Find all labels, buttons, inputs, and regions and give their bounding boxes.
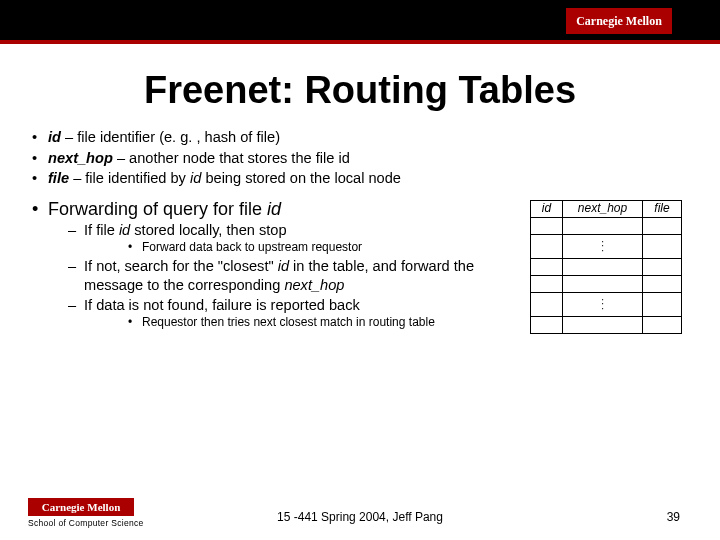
fwd-s1-post: stored locally, then stop — [130, 222, 286, 238]
def-nexthop: next_hop – another node that stores the … — [30, 149, 690, 168]
topbar: Carnegie Mellon — [0, 0, 720, 44]
term-id: id — [48, 129, 61, 145]
fwd-s1-pre: If file — [84, 222, 119, 238]
def-id: id – file identifier (e. g. , hash of fi… — [30, 128, 690, 147]
fwd-step3a: Requestor then tries next closest match … — [84, 315, 522, 330]
header-logo: Carnegie Mellon — [566, 8, 672, 34]
th-id: id — [531, 201, 563, 218]
def-nexthop-text: – another node that stores the file id — [113, 150, 350, 166]
slide-body: id – file identifier (e. g. , hash of fi… — [0, 128, 720, 334]
table-row — [531, 259, 682, 276]
footer-course: 15 -441 Spring 2004, Jeff Pang — [0, 510, 720, 524]
fwd-step1a: Forward data back to upstream requestor — [84, 240, 522, 255]
fwd-s1-id: id — [119, 222, 130, 238]
slide-title: Freenet: Routing Tables — [30, 69, 690, 112]
th-file: file — [643, 201, 682, 218]
table-row — [531, 218, 682, 235]
table-header-row: id next_hop file — [531, 201, 682, 218]
fwd-step3: If data is not found, failure is reporte… — [48, 296, 522, 330]
fwd-s2-pre: If not, search for the "closest" — [84, 258, 278, 274]
term-nexthop: next_hop — [48, 150, 113, 166]
term-file: file — [48, 170, 69, 186]
fwd-step1: If file id stored locally, then stop For… — [48, 221, 522, 255]
fwd-lead: Forwarding of query for file id If file … — [30, 198, 522, 330]
forwarding-list: Forwarding of query for file id If file … — [30, 198, 522, 330]
table-row: ··· — [531, 293, 682, 317]
def-file-pre: – file identified by — [69, 170, 190, 186]
slide-number: 39 — [667, 510, 680, 524]
def-file: file – file identified by id being store… — [30, 169, 690, 188]
table-row — [531, 276, 682, 293]
def-id-text: – file identifier (e. g. , hash of file) — [61, 129, 280, 145]
table-row: ··· — [531, 235, 682, 259]
vdots-icon: ··· — [563, 293, 643, 317]
routing-table: id next_hop file ··· ··· — [530, 200, 682, 334]
th-nexthop: next_hop — [563, 201, 643, 218]
table-row — [531, 317, 682, 334]
def-file-post: being stored on the local node — [201, 170, 401, 186]
fwd-lead-id: id — [267, 199, 281, 219]
fwd-s2-nh: next_hop — [284, 277, 344, 293]
fwd-s3-text: If data is not found, failure is reporte… — [84, 297, 360, 313]
fwd-lead-pre: Forwarding of query for file — [48, 199, 267, 219]
fwd-step2: If not, search for the "closest" id in t… — [48, 257, 522, 294]
header-logo-text: Carnegie Mellon — [576, 14, 662, 29]
def-file-id: id — [190, 170, 201, 186]
definitions-list: id – file identifier (e. g. , hash of fi… — [30, 128, 690, 188]
fwd-s2-id: id — [278, 258, 289, 274]
footer: Carnegie Mellon School of Computer Scien… — [0, 492, 720, 528]
vdots-icon: ··· — [563, 235, 643, 259]
